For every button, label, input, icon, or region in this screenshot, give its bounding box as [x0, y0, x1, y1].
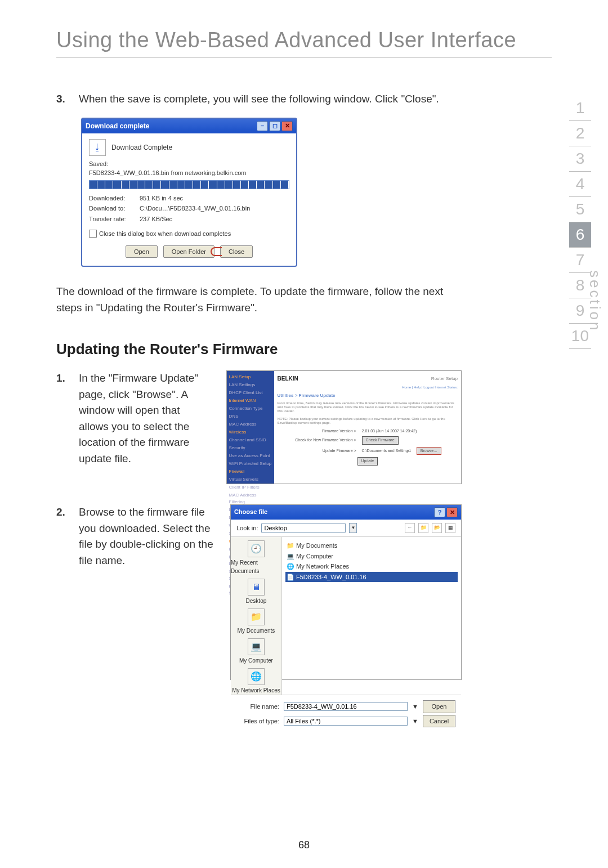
- page-number: 68: [0, 839, 608, 851]
- sc-documents[interactable]: 📁My Documents: [238, 609, 275, 635]
- download-icon: ⭳: [89, 139, 106, 156]
- section-nav-7[interactable]: 7: [569, 248, 591, 273]
- dialog-title-text: Download complete: [86, 121, 149, 131]
- step-text: When the save is complete, you will see …: [79, 91, 439, 108]
- section-nav-6[interactable]: 6: [569, 222, 591, 248]
- browse-button[interactable]: Browse…: [417, 447, 441, 455]
- belkin-logo: BELKIN: [278, 374, 298, 383]
- list-item[interactable]: 📁 My Documents: [285, 540, 458, 551]
- computer-icon: 💻: [248, 638, 265, 655]
- after-dialog-text: The download of the firmware is complete…: [56, 284, 462, 316]
- section-nav-3[interactable]: 3: [569, 146, 591, 172]
- sc-network[interactable]: 🌐My Network Places: [232, 668, 280, 695]
- close-on-complete-label: Close this dialog box when download comp…: [99, 229, 231, 239]
- note-1: From time to time, Belkin may release ne…: [278, 401, 458, 414]
- step-number: 2.: [56, 504, 71, 569]
- firmware-version-value: 2.01.03 (Jun 14 2007 14:20:42): [362, 428, 417, 435]
- section-nav-4[interactable]: 4: [569, 172, 591, 197]
- choose-file-title: Choose file: [234, 507, 267, 517]
- breadcrumb: Utilities > Firmware Update: [278, 392, 458, 399]
- downloadto-value: C:\Docu…\F5D8233-4_WW_0.01.16.bin: [140, 204, 250, 213]
- router-links: Home | Help | Logout Internet Status:: [278, 385, 458, 390]
- filename-field[interactable]: [284, 702, 408, 711]
- downloadto-label: Download to:: [89, 204, 140, 213]
- rate-label: Transfer rate:: [89, 214, 140, 224]
- saved-value: F5D8233-4_WW_0.01.16.bin from networking…: [89, 168, 289, 178]
- update-button[interactable]: Update: [357, 457, 378, 466]
- help-icon[interactable]: ?: [434, 507, 445, 517]
- section-label: section: [586, 270, 603, 332]
- dialog-titlebar: Download complete – ◻ ✕: [82, 119, 296, 133]
- section-nav-1[interactable]: 1: [569, 96, 591, 121]
- sc-desktop[interactable]: 🖥Desktop: [246, 579, 267, 605]
- router-header: Router Setup: [431, 375, 458, 382]
- close-icon[interactable]: ✕: [446, 507, 458, 517]
- saved-label: Saved:: [89, 159, 289, 169]
- downloaded-label: Downloaded:: [89, 194, 140, 203]
- open-button[interactable]: Open: [423, 700, 455, 713]
- router-sidebar: LAN Setup LAN Settings DHCP Client List …: [227, 371, 274, 484]
- choose-file-dialog: Choose file ? ✕ Look in: ▼ ← 📁 📂 ▦: [230, 504, 462, 680]
- sc-computer[interactable]: 💻My Computer: [239, 638, 273, 665]
- subheading: Updating the Router's Firmware: [56, 338, 462, 360]
- step-1: 1. In the "Firmware Update" page, click …: [56, 370, 209, 467]
- file-list[interactable]: 📁 My Documents 💻 My Computer 🌐 My Networ…: [282, 537, 461, 695]
- step-3: 3. When the save is complete, you will s…: [56, 91, 462, 108]
- update-firmware-label: Update Firmware >: [278, 448, 356, 454]
- firmware-version-label: Firmware Version >: [278, 428, 356, 435]
- download-status: Download Complete: [111, 142, 172, 153]
- recent-icon: 🕘: [248, 540, 265, 557]
- section-nav-5[interactable]: 5: [569, 197, 591, 222]
- download-complete-dialog: Download complete – ◻ ✕ ⭳ Download Compl…: [81, 118, 297, 267]
- network-icon: 🌐: [248, 668, 265, 685]
- close-on-complete-checkbox[interactable]: [89, 230, 97, 238]
- filetype-label: Files of type:: [236, 717, 279, 726]
- firmware-path-value: C:\Documents and Settings\: [362, 448, 411, 454]
- check-firmware-button[interactable]: Check Firmware: [362, 436, 399, 445]
- list-item[interactable]: 💻 My Computer: [285, 551, 458, 562]
- minimize-icon[interactable]: –: [257, 121, 268, 131]
- desktop-icon: 🖥: [248, 579, 265, 596]
- filename-label: File name:: [236, 702, 279, 712]
- views-icon[interactable]: ▦: [445, 523, 455, 533]
- list-item[interactable]: 🌐 My Network Places: [285, 561, 458, 572]
- back-icon[interactable]: ←: [405, 523, 415, 533]
- lookin-field[interactable]: [261, 524, 346, 533]
- lookin-label: Look in:: [236, 524, 258, 533]
- documents-icon: 📁: [248, 609, 265, 625]
- page-title: Using the Web-Based Advanced User Interf…: [56, 28, 552, 57]
- shortcut-panel: 🕘My Recent Documents 🖥Desktop 📁My Docume…: [231, 537, 282, 695]
- filename-dropdown-icon[interactable]: ▼: [412, 702, 418, 712]
- step-number: 3.: [56, 91, 71, 108]
- sc-recent[interactable]: 🕘My Recent Documents: [231, 540, 281, 575]
- note-2: NOTE: Please backup your current setting…: [278, 417, 458, 425]
- close-icon[interactable]: ✕: [281, 121, 293, 131]
- lookin-dropdown-icon[interactable]: ▼: [349, 523, 357, 533]
- step-text: Browse to the firmware file you download…: [79, 504, 213, 569]
- step-text: In the "Firmware Update" page, click "Br…: [79, 370, 209, 467]
- progress-bar: [89, 180, 289, 189]
- firmware-update-screenshot: LAN Setup LAN Settings DHCP Client List …: [226, 370, 462, 484]
- close-button[interactable]: Close: [220, 245, 253, 258]
- step-number: 1.: [56, 370, 71, 467]
- cancel-button[interactable]: Cancel: [423, 715, 455, 728]
- list-item-selected[interactable]: 📄 F5D8233-4_WW_0.01.16: [285, 572, 458, 583]
- rate-value: 237 KB/Sec: [140, 214, 172, 224]
- filetype-dropdown-icon[interactable]: ▼: [412, 717, 418, 726]
- check-version-label: Check for New Firmware Version >: [278, 437, 356, 444]
- section-nav-2[interactable]: 2: [569, 121, 591, 146]
- filetype-field[interactable]: [284, 717, 408, 726]
- up-icon[interactable]: 📁: [418, 523, 428, 533]
- newfolder-icon[interactable]: 📂: [432, 523, 442, 533]
- downloaded-value: 951 KB in 4 sec: [140, 194, 183, 203]
- open-folder-button[interactable]: Open Folder: [163, 245, 214, 258]
- open-button[interactable]: Open: [126, 245, 158, 258]
- step-2: 2. Browse to the firmware file you downl…: [56, 504, 213, 569]
- maximize-icon[interactable]: ◻: [269, 121, 280, 131]
